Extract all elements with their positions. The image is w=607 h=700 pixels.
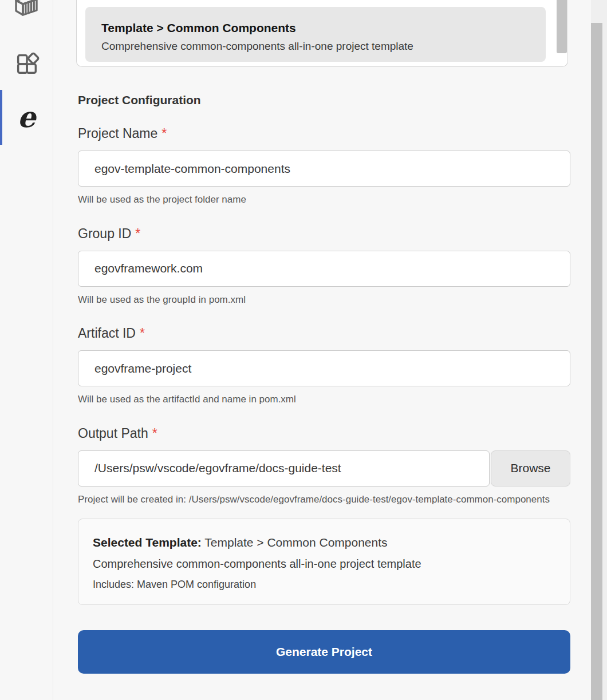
- group-id-label: Group ID*: [78, 226, 570, 242]
- selected-template-info-box: Selected Template: Template > Common Com…: [78, 519, 570, 605]
- template-item-title: Template > Common Components: [101, 21, 534, 35]
- project-name-label: Project Name*: [78, 126, 570, 141]
- container-package-icon[interactable]: [10, 0, 42, 18]
- page-scrollbar-thumb[interactable]: [591, 23, 602, 700]
- browse-button[interactable]: Browse: [491, 450, 570, 487]
- sidebar-item-egovframe[interactable]: e: [0, 90, 53, 145]
- artifact-id-label: Artifact ID*: [78, 326, 570, 341]
- project-name-input[interactable]: [78, 151, 570, 187]
- section-title-project-configuration: Project Configuration: [78, 93, 570, 107]
- project-name-helper: Will be used as the project folder name: [78, 192, 570, 207]
- selected-template-includes: Includes: Maven POM configuration: [93, 579, 554, 591]
- output-path-helper: Project will be created in: /Users/psw/v…: [78, 492, 570, 507]
- generate-project-button[interactable]: Generate Project: [78, 630, 570, 674]
- output-path-label: Output Path*: [78, 426, 570, 441]
- required-asterisk: *: [152, 426, 157, 441]
- output-path-row: Browse: [78, 450, 570, 487]
- template-list-item-selected[interactable]: Template > Common Components Comprehensi…: [85, 7, 546, 62]
- selected-template-name: Template > Common Components: [202, 536, 388, 549]
- required-asterisk: *: [140, 326, 145, 341]
- required-asterisk: *: [135, 226, 140, 241]
- template-item-description: Comprehensive common-components all-in-o…: [101, 40, 534, 53]
- output-path-input[interactable]: [78, 450, 490, 487]
- group-id-input[interactable]: [78, 251, 570, 287]
- activity-bar: e: [0, 0, 53, 700]
- required-asterisk: *: [161, 126, 167, 141]
- artifact-id-helper: Will be used as the artifactId and name …: [78, 392, 570, 407]
- selected-template-line: Selected Template: Template > Common Com…: [93, 536, 554, 549]
- extensions-icon[interactable]: [14, 50, 40, 76]
- egovframe-panel: Template > Common Components Comprehensi…: [54, 0, 591, 700]
- template-list[interactable]: Template > Common Components Comprehensi…: [76, 0, 568, 67]
- template-list-scrollbar[interactable]: [557, 0, 567, 53]
- artifact-id-input[interactable]: [78, 350, 570, 386]
- selected-template-description: Comprehensive common-components all-in-o…: [93, 557, 554, 571]
- egovframe-icon: e: [0, 90, 53, 145]
- page-scrollbar-track[interactable]: [591, 0, 607, 700]
- selected-template-label: Selected Template:: [93, 536, 202, 549]
- group-id-helper: Will be used as the groupId in pom.xml: [78, 292, 570, 307]
